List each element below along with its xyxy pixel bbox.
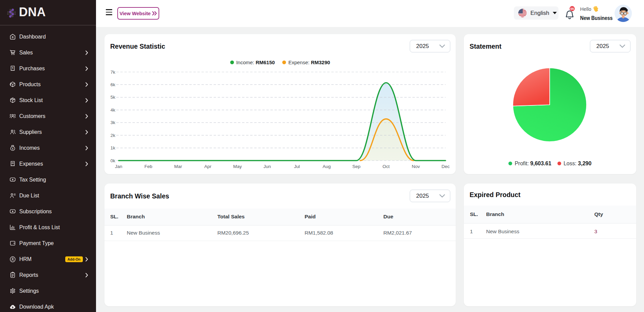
svg-text:3k: 3k (111, 120, 116, 125)
svg-text:Dec: Dec (442, 164, 450, 169)
svg-text:Mar: Mar (174, 164, 182, 169)
svg-text:1k: 1k (111, 145, 116, 150)
svg-text:Sep: Sep (352, 164, 360, 169)
svg-text:Jan: Jan (115, 164, 122, 169)
svg-text:$: $ (12, 66, 14, 69)
svg-text:4k: 4k (111, 107, 116, 113)
svg-text:Apr: Apr (204, 164, 212, 169)
svg-text:$: $ (12, 147, 14, 150)
svg-text:Aug: Aug (323, 164, 331, 169)
svg-text:Jun: Jun (264, 164, 271, 169)
svg-text:Feb: Feb (144, 164, 152, 169)
svg-text:0k: 0k (111, 158, 116, 163)
svg-text:May: May (233, 164, 242, 169)
svg-text:Nov: Nov (412, 164, 420, 169)
svg-text:6k: 6k (111, 82, 116, 87)
svg-text:5k: 5k (111, 95, 116, 100)
svg-text:Jul: Jul (294, 164, 300, 169)
svg-text:2k: 2k (111, 133, 116, 138)
svg-text:7k: 7k (111, 70, 116, 75)
svg-text:Oct: Oct (383, 164, 390, 169)
